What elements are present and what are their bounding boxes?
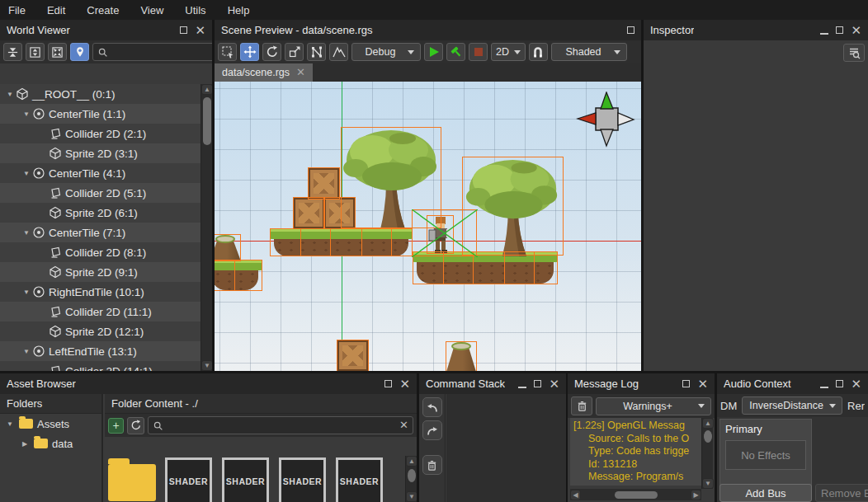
play-button[interactable] (424, 43, 443, 61)
scroll-thumb[interactable] (704, 430, 712, 443)
expand-all-button[interactable] (26, 43, 45, 61)
menu-edit[interactable]: Edit (47, 4, 65, 16)
stop-button[interactable] (469, 43, 488, 61)
close-icon[interactable]: ✕ (549, 379, 559, 389)
close-icon[interactable]: ✕ (851, 379, 861, 389)
debug-mode-dropdown[interactable]: Debug (351, 43, 421, 61)
minimize-icon[interactable] (820, 387, 828, 388)
inspector-filter-button[interactable] (843, 44, 865, 62)
menu-view[interactable]: View (140, 4, 163, 16)
maximize-icon[interactable] (384, 380, 392, 387)
close-icon[interactable]: ✕ (697, 379, 708, 389)
log-filter-dropdown[interactable]: Warnings+ (596, 397, 711, 415)
rotate-tool-button[interactable] (262, 43, 281, 61)
scroll-down-icon[interactable]: ▼ (406, 491, 417, 502)
world-viewer-search[interactable]: ✕ (92, 43, 212, 61)
maximize-icon[interactable] (534, 380, 541, 387)
scroll-up-icon[interactable]: ▲ (702, 418, 714, 429)
refresh-button[interactable] (127, 417, 144, 434)
expander-icon[interactable]: ▼ (21, 110, 31, 118)
folder-tree-item[interactable]: ▶ data (0, 434, 101, 453)
minimize-icon[interactable] (518, 387, 526, 388)
maximize-icon[interactable] (836, 380, 843, 387)
expander-icon[interactable]: ▼ (5, 91, 15, 98)
asset-scrollbar[interactable]: ▲ ▼ (405, 456, 417, 502)
folder-tree-item[interactable]: ▼ Assets (0, 414, 101, 434)
tree-row[interactable]: ▼CenterTile (1:1) (0, 104, 212, 124)
tree-scrollbar[interactable]: ▲ ▼ (200, 84, 212, 371)
move-tool-button[interactable] (240, 43, 259, 61)
log-entry[interactable]: [1.22s] OpenGL Messag Source: Calls to t… (570, 418, 701, 486)
close-icon[interactable]: ✕ (195, 26, 205, 35)
scene-tab[interactable]: data/scene.rgs✕ (215, 63, 313, 82)
tree-row[interactable]: Collider 2D (5:1) (0, 183, 212, 203)
snap-button[interactable] (529, 43, 548, 61)
asset-tile[interactable]: SHADER Standar (222, 457, 271, 502)
scroll-thumb[interactable] (203, 97, 211, 145)
scroll-thumb[interactable] (408, 469, 416, 482)
maximize-icon[interactable] (180, 26, 187, 34)
menu-help[interactable]: Help (228, 4, 250, 16)
scene-viewport[interactable] (215, 82, 641, 371)
expander-icon[interactable]: ▼ (5, 420, 15, 428)
close-icon[interactable]: ✕ (851, 26, 861, 35)
shading-mode-dropdown[interactable]: Shaded (551, 43, 627, 61)
asset-tile[interactable]: SHADER Standar (279, 457, 328, 502)
scroll-up-icon[interactable]: ▲ (406, 456, 417, 467)
terrain-tool-button[interactable] (329, 43, 348, 61)
tree-row[interactable]: Sprite 2D (12:1) (0, 321, 212, 341)
tree-row[interactable]: ▼CenterTile (4:1) (0, 163, 212, 183)
transform-gizmo[interactable] (576, 91, 635, 148)
command-stack-list[interactable] (446, 394, 566, 502)
add-asset-button[interactable]: + (108, 418, 124, 434)
tree-row[interactable]: Collider 2D (11:1) (0, 302, 212, 321)
search-input[interactable] (112, 45, 212, 59)
select-tool-button[interactable] (218, 43, 237, 61)
tree-row[interactable]: ▼__ROOT__ (0:1) (0, 84, 212, 104)
search-input[interactable] (167, 419, 395, 432)
maximize-icon[interactable] (682, 380, 690, 387)
menu-create[interactable]: Create (87, 4, 119, 16)
scroll-up-icon[interactable]: ▲ (201, 84, 212, 95)
tree-row[interactable]: Sprite 2D (6:1) (0, 203, 212, 223)
scale-tool-button[interactable] (285, 43, 304, 61)
asset-search[interactable]: ✕ (148, 416, 413, 434)
tree-row[interactable]: ▼RightEndTile (10:1) (0, 282, 212, 302)
scroll-right-icon[interactable]: ▶ (691, 490, 701, 500)
tree-row[interactable]: Collider 2D (2:1) (0, 124, 212, 143)
edit-shape-tool-button[interactable] (307, 43, 326, 61)
scroll-down-icon[interactable]: ▼ (702, 478, 714, 489)
expander-icon[interactable]: ▼ (21, 229, 31, 237)
scroll-thumb[interactable] (615, 491, 658, 499)
menu-file[interactable]: File (8, 4, 26, 16)
close-tab-icon[interactable]: ✕ (296, 68, 305, 77)
maximize-icon[interactable] (627, 26, 634, 34)
undo-button[interactable] (422, 397, 442, 417)
scroll-down-icon[interactable]: ▼ (201, 360, 212, 371)
distance-model-dropdown[interactable]: InverseDistance (742, 396, 842, 415)
expander-icon[interactable]: ▼ (21, 348, 31, 355)
tree-row[interactable]: Sprite 2D (3:1) (0, 143, 212, 163)
tree-row[interactable]: Sprite 2D (9:1) (0, 262, 212, 282)
view-mode-dropdown[interactable]: 2D (491, 43, 526, 61)
tree-row[interactable]: ▼CenterTile (7:1) (0, 223, 212, 242)
maximize-icon[interactable] (836, 26, 843, 34)
expander-icon[interactable]: ▶ (20, 440, 30, 448)
asset-tile[interactable]: SHADER Standar (336, 457, 385, 502)
redo-button[interactable] (422, 420, 442, 440)
log-vscrollbar[interactable]: ▲ ▼ (701, 418, 713, 489)
build-button[interactable] (446, 43, 465, 61)
asset-tile[interactable]: SHADER Standar (165, 457, 215, 502)
tree-row[interactable]: Collider 2D (8:1) (0, 242, 212, 262)
locate-selection-button[interactable] (70, 43, 89, 61)
minimize-icon[interactable] (820, 33, 828, 35)
clear-log-button[interactable] (571, 396, 592, 415)
expander-icon[interactable]: ▼ (21, 170, 31, 177)
add-bus-button[interactable]: Add Bus (719, 484, 812, 502)
expander-icon[interactable]: ▼ (21, 289, 31, 296)
collapse-all-button[interactable] (48, 43, 67, 61)
tree-row[interactable]: Collider 2D (14:1) (0, 361, 212, 371)
audio-bus-card[interactable]: Primary No Effects (719, 419, 812, 489)
clear-search-icon[interactable]: ✕ (399, 421, 408, 429)
scroll-left-icon[interactable]: ◀ (570, 490, 581, 500)
